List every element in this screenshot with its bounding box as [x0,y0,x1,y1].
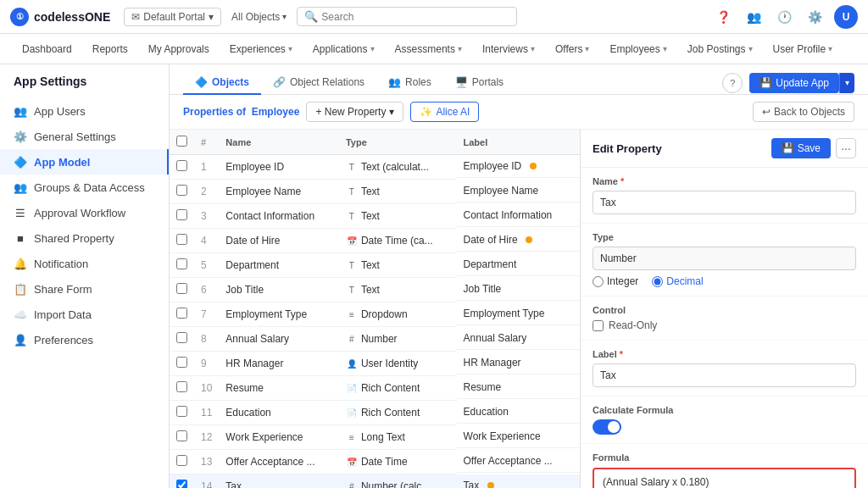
row-checkbox[interactable] [176,185,187,196]
sidebar-item-import-data[interactable]: ☁️ Import Data [0,302,169,327]
row-checkbox[interactable] [176,160,187,171]
nav-user-profile[interactable]: User Profile▾ [765,38,842,60]
nav-reports[interactable]: Reports [84,38,136,60]
more-options-button[interactable]: ··· [836,138,856,158]
portal-selector[interactable]: ✉ Default Portal ▾ [124,8,221,26]
row-checkbox-cell [170,474,194,489]
nav-employees[interactable]: Employees▾ [601,38,675,60]
update-app-dropdown[interactable]: ▾ [839,73,854,93]
save-icon: 💾 [760,77,772,89]
row-checkbox[interactable] [176,332,187,343]
help-icon[interactable]: ❓ [712,6,734,28]
nav-approvals[interactable]: My Approvals [140,38,218,60]
nav-interviews[interactable]: Interviews▾ [474,38,543,60]
sidebar-item-approval-workflow[interactable]: ☰ Approval Workflow [0,200,169,225]
table-row[interactable]: 9 HR Manager 👤User Identity HR Manager [170,352,580,376]
row-checkbox[interactable] [176,381,187,392]
row-label: Employee Name [457,180,580,202]
type-field-section: Type Number Integer Decimal [581,224,868,297]
label-field-section: Label * [581,341,868,396]
tab-portals[interactable]: 🖥️ Portals [443,71,515,95]
help-button[interactable]: ? [722,73,743,93]
table-row[interactable]: 6 Job Title TText Job Title [170,278,580,302]
row-checkbox[interactable] [176,430,187,441]
settings-icon[interactable]: ⚙️ [804,6,826,28]
table-row[interactable]: 13 Offer Acceptance ... 📅Date Time Offer… [170,450,580,474]
sidebar-item-preferences[interactable]: 👤 Preferences [0,327,169,352]
row-checkbox-cell [170,229,194,253]
users-icon[interactable]: 👥 [743,6,765,28]
nav-applications[interactable]: Applications▾ [304,38,383,60]
row-name: Work Experience [219,425,339,450]
nav-offers[interactable]: Offers▾ [547,38,598,60]
sidebar-item-groups-data-access[interactable]: 👥 Groups & Data Access [0,175,169,200]
decimal-radio-input[interactable] [652,276,663,287]
nav-job-postings[interactable]: Job Postings▾ [679,38,761,60]
alice-ai-button[interactable]: ✨ Alice AI [410,102,479,122]
row-checkbox[interactable] [176,406,187,417]
table-row[interactable]: 3 Contact Information TText Contact Info… [170,204,580,229]
save-button[interactable]: 💾 Save [771,138,831,158]
row-checkbox[interactable] [176,455,187,466]
back-to-objects-button[interactable]: ↩ Back to Objects [753,102,854,122]
sidebar-item-notification[interactable]: 🔔 Notification [0,251,169,276]
table-row[interactable]: 7 Employment Type ≡Dropdown Employment T… [170,302,580,327]
table-row[interactable]: 4 Date of Hire 📅Date Time (ca... Date of… [170,229,580,253]
table-row[interactable]: 14 Tax #Number (calc... Tax [170,474,580,489]
sidebar-item-share-form[interactable]: 📋 Share Form [0,276,169,302]
all-objects-dropdown[interactable]: All Objects ▾ [228,9,290,25]
table-row[interactable]: 10 Resume 📄Rich Content Resume [170,376,580,401]
update-app-button[interactable]: 💾 Update App [749,73,839,93]
prefs-icon: 👤 [14,333,27,347]
table-row[interactable]: 1 Employee ID TText (calculat... Employe… [170,155,580,180]
row-checkbox[interactable] [176,357,187,368]
formula-toggle[interactable] [593,419,621,435]
nav-dashboard[interactable]: Dashboard [14,38,81,60]
readonly-checkbox-item[interactable]: Read-Only [593,319,856,331]
row-checkbox[interactable] [176,258,187,269]
nav-experiences[interactable]: Experiences▾ [221,38,301,60]
row-type: ≡Dropdown [339,302,457,327]
search-input[interactable] [321,11,509,23]
tab-roles[interactable]: 👥 Roles [376,71,443,95]
readonly-checkbox[interactable] [593,320,604,331]
row-checkbox[interactable] [176,308,187,319]
roles-tab-icon: 👥 [388,76,401,88]
row-checkbox-cell [170,180,194,204]
sidebar-item-general-settings[interactable]: ⚙️ General Settings [0,124,169,149]
row-number: 14 [194,474,219,489]
sidebar-item-app-users[interactable]: 👥 App Users [0,98,169,124]
row-name: Tax [219,474,339,489]
row-checkbox[interactable] [176,283,187,294]
name-input[interactable] [593,191,856,214]
select-all-checkbox[interactable] [176,136,187,147]
row-checkbox-cell [170,376,194,401]
table-row[interactable]: 5 Department TText Department [170,253,580,278]
user-avatar[interactable]: U [834,5,858,29]
sidebar-item-shared-property[interactable]: ■ Shared Property [0,225,169,251]
history-icon[interactable]: 🕐 [773,6,795,28]
table-row[interactable]: 12 Work Experience ≡Long Text Work Exper… [170,425,580,450]
row-label: Employee ID [457,155,580,178]
nav-assessments[interactable]: Assessments▾ [387,38,470,60]
row-checkbox[interactable] [176,480,187,488]
table-row[interactable]: 11 Education 📄Rich Content Education [170,401,580,425]
form-icon: 📋 [14,282,27,296]
label-input[interactable] [593,363,856,387]
tab-objects[interactable]: 🔷 Objects [183,71,261,95]
decimal-radio[interactable]: Decimal [652,275,703,287]
type-display: Number [593,247,856,270]
row-checkbox-cell [170,302,194,327]
search-bar[interactable]: 🔍 [297,7,517,26]
integer-radio[interactable]: Integer [593,275,638,287]
row-checkbox[interactable] [176,234,187,245]
new-property-button[interactable]: + New Property ▾ [306,102,403,122]
integer-radio-input[interactable] [593,276,604,287]
table-row[interactable]: 8 Annual Salary #Number Annual Salary [170,327,580,352]
table-row[interactable]: 2 Employee Name TText Employee Name [170,180,580,204]
tab-object-relations[interactable]: 🔗 Object Relations [261,71,376,95]
row-checkbox[interactable] [176,209,187,220]
logo-icon: ① [10,8,29,26]
sidebar-item-app-model[interactable]: 🔷 App Model [0,149,169,175]
row-name: Annual Salary [219,327,339,352]
